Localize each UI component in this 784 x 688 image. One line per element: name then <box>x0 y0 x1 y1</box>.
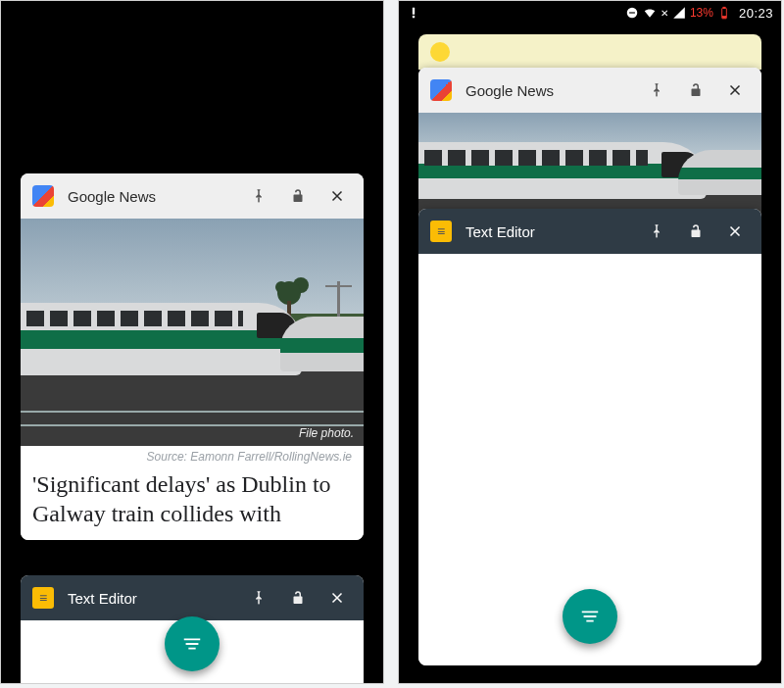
task-header: Text Editor <box>21 575 364 620</box>
priority-icon <box>407 6 420 20</box>
unlock-icon[interactable] <box>283 187 313 205</box>
battery-icon <box>717 6 731 20</box>
app-icon-peek <box>430 42 450 62</box>
text-editor-icon <box>430 221 452 242</box>
pin-icon[interactable] <box>642 81 671 99</box>
do-not-disturb-icon <box>625 6 639 20</box>
unlock-icon[interactable] <box>681 81 710 99</box>
status-bar: ✕ 13% 20:23 <box>399 1 781 25</box>
wifi-icon <box>643 6 657 20</box>
task-title: Google News <box>68 188 156 205</box>
battery-percent: 13% <box>690 6 713 20</box>
editor-body[interactable] <box>418 254 761 665</box>
pin-icon[interactable] <box>244 589 273 607</box>
text-editor-icon <box>32 587 54 609</box>
article-image-train <box>418 113 761 219</box>
task-title: Google News <box>466 82 554 99</box>
clock: 20:23 <box>739 6 773 21</box>
close-icon[interactable] <box>720 81 750 99</box>
close-icon[interactable] <box>322 589 352 607</box>
fab-button[interactable] <box>165 616 220 671</box>
task-card-background-peek[interactable] <box>418 34 761 70</box>
phone-left-recents: Google News File photo. Source: Eamonn F… <box>0 0 384 684</box>
no-signal-icon: ✕ <box>661 8 668 19</box>
task-title: Text Editor <box>466 223 535 240</box>
task-card-text-editor[interactable]: Text Editor <box>418 209 761 665</box>
task-header: Text Editor <box>418 209 761 254</box>
article-headline: 'Significant delays' as Dublin to Galway… <box>21 464 364 540</box>
news-card-body[interactable]: File photo. Source: Eamonn Farrell/Rolli… <box>21 219 364 540</box>
google-news-icon <box>32 185 54 207</box>
sort-icon <box>579 606 601 627</box>
task-card-google-news[interactable]: Google News File photo. Source: Eamonn F… <box>21 173 364 540</box>
sort-icon <box>181 633 203 655</box>
unlock-icon[interactable] <box>681 222 710 240</box>
fab-button[interactable] <box>563 589 617 644</box>
task-header: Google News <box>21 173 364 219</box>
task-header: Google News <box>418 68 761 113</box>
article-image-train: File photo. <box>21 219 364 446</box>
task-card-google-news[interactable]: Google News <box>418 68 761 219</box>
image-caption: File photo. <box>299 426 354 440</box>
cellular-icon <box>672 6 686 20</box>
phone-right-recents: ✕ 13% 20:23 Google News Text Editor <box>398 0 782 684</box>
image-source: Source: Eamonn Farrell/RollingNews.ie <box>21 446 364 464</box>
pin-icon[interactable] <box>642 222 671 240</box>
task-title: Text Editor <box>68 590 137 607</box>
close-icon[interactable] <box>322 187 352 205</box>
unlock-icon[interactable] <box>283 589 313 607</box>
pin-icon[interactable] <box>244 187 273 205</box>
google-news-icon <box>430 79 452 101</box>
close-icon[interactable] <box>720 222 750 240</box>
